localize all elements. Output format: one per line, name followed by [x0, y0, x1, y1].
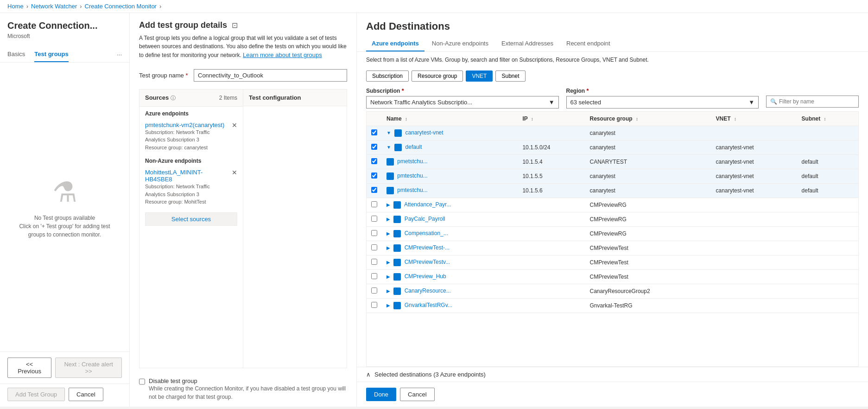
- row-name-11[interactable]: ▶ CMPreview_Hub: [382, 270, 518, 284]
- select-sources-button[interactable]: Select sources: [145, 212, 237, 226]
- right-panel: Add Destinations Azure endpoints Non-Azu…: [357, 13, 868, 407]
- azure-endpoint-remove-1[interactable]: ✕: [232, 121, 237, 129]
- selected-bar-chevron-icon[interactable]: ∧: [366, 371, 371, 378]
- azure-endpoint-name-1[interactable]: pmtestchunk-vm2(canarytest): [145, 121, 228, 128]
- vm-icon-3: [386, 158, 394, 166]
- non-azure-endpoint-rg-1: Resource group: MohitTest: [145, 198, 228, 206]
- expand-icon-6[interactable]: ▶: [386, 202, 390, 207]
- sidebar-empty-text: No Test groups available Click on '+ Tes…: [19, 214, 110, 239]
- row-name-10[interactable]: ▶ CMPreviewTestv...: [382, 256, 518, 270]
- row-vnet-10: [711, 256, 797, 270]
- right-panel-description: Select from a list of Azure VMs. Group b…: [357, 52, 868, 68]
- breadcrumb-network-watcher[interactable]: Network Watcher: [31, 3, 77, 10]
- row-ip-7: [518, 212, 585, 227]
- non-azure-endpoint-remove-1[interactable]: ✕: [232, 169, 237, 176]
- azure-endpoints-label: Azure endpoints: [139, 107, 243, 119]
- row-checkbox-7[interactable]: [367, 212, 382, 227]
- filter-resource-group-btn[interactable]: Resource group: [412, 70, 463, 82]
- search-icon: 🔍: [770, 98, 777, 105]
- non-azure-endpoint-name-1[interactable]: MohittestLA_MININT-HB4SBE8: [145, 169, 228, 183]
- filter-vnet-btn[interactable]: VNET: [466, 70, 493, 82]
- row-name-4[interactable]: pmtestchu...: [382, 169, 518, 184]
- next-button[interactable]: Next : Create alert >>: [55, 358, 122, 378]
- test-group-name-input[interactable]: [194, 69, 347, 82]
- cancel-button-sidebar[interactable]: Cancel: [69, 388, 103, 401]
- sidebar-nav-basics[interactable]: Basics: [7, 47, 25, 62]
- row-subnet-10: [797, 256, 858, 270]
- region-select[interactable]: 63 selected ▼: [566, 96, 759, 109]
- sidebar-nav-test-groups[interactable]: Test groups: [34, 47, 68, 62]
- row-checkbox-3[interactable]: [367, 155, 382, 169]
- expand-icon-9[interactable]: ▶: [386, 245, 390, 250]
- subscription-select[interactable]: Network Traffic Analytics Subscriptio...…: [366, 96, 559, 109]
- row-name-5[interactable]: pmtestchu...: [382, 184, 518, 198]
- filter-subnet-btn[interactable]: Subnet: [495, 70, 525, 82]
- col-resource-group[interactable]: Resource group ↕: [585, 112, 711, 126]
- row-checkbox-4[interactable]: [367, 169, 382, 184]
- disable-test-group-checkbox[interactable]: [139, 378, 145, 385]
- expand-icon-1[interactable]: ▼: [386, 130, 391, 135]
- row-name-13[interactable]: ▶ GnvarkalTestRGv...: [382, 299, 518, 313]
- filter-by-name-input[interactable]: [779, 98, 855, 105]
- row-checkbox-2[interactable]: [367, 141, 382, 155]
- expand-icon-13[interactable]: ▶: [386, 303, 390, 308]
- tab-recent-endpoint[interactable]: Recent endpoint: [561, 36, 616, 51]
- expand-icon-8[interactable]: ▶: [386, 231, 390, 236]
- row-checkbox-11[interactable]: [367, 270, 382, 284]
- sidebar-panel: Create Connection... Microsoft Basics Te…: [0, 13, 130, 407]
- expand-icon-10[interactable]: ▶: [386, 260, 390, 265]
- row-checkbox-8[interactable]: [367, 227, 382, 241]
- row-name-6[interactable]: ▶ Attendance_Payr...: [382, 198, 518, 212]
- row-subnet-1: [797, 126, 858, 141]
- row-checkbox-5[interactable]: [367, 184, 382, 198]
- row-checkbox-1[interactable]: [367, 126, 382, 141]
- row-name-12[interactable]: ▶ CanaryResource...: [382, 284, 518, 299]
- row-ip-11: [518, 270, 585, 284]
- filter-subscription-btn[interactable]: Subscription: [366, 70, 409, 82]
- expand-icon-2[interactable]: ▼: [386, 145, 391, 150]
- cancel-button-right[interactable]: Cancel: [400, 388, 434, 401]
- vnet-icon-12: [393, 288, 401, 295]
- row-name-2[interactable]: ▼ default: [382, 141, 518, 155]
- tab-non-azure-endpoints[interactable]: Non-Azure endpoints: [426, 36, 494, 51]
- expand-icon-7[interactable]: ▶: [386, 217, 390, 222]
- subscription-value: Network Traffic Analytics Subscriptio...: [370, 99, 472, 106]
- table-row: ▼ default 10.1.5.0/24 canarytest canaryt…: [367, 141, 858, 155]
- row-name-7[interactable]: ▶ PayCalc_Payroll: [382, 212, 518, 227]
- row-checkbox-6[interactable]: [367, 198, 382, 212]
- row-name-3[interactable]: pmetstchu...: [382, 155, 518, 169]
- region-value: 63 selected: [570, 99, 602, 106]
- row-checkbox-10[interactable]: [367, 256, 382, 270]
- col-vnet[interactable]: VNET ↕: [711, 112, 797, 126]
- row-name-8[interactable]: ▶ Compensation_...: [382, 227, 518, 241]
- expand-icon-12[interactable]: ▶: [386, 288, 390, 294]
- destinations-table: Name ↕ IP ↕ Resource group ↕ VNET ↕ Subn…: [367, 112, 858, 313]
- sidebar-nav: Basics Test groups ···: [0, 47, 129, 63]
- row-vnet-3: canarytest-vnet: [711, 155, 797, 169]
- subnet-icon-2: [394, 144, 402, 151]
- learn-more-link[interactable]: Learn more about test groups: [243, 51, 322, 58]
- row-vnet-8: [711, 227, 797, 241]
- tab-external-addresses[interactable]: External Addresses: [496, 36, 559, 51]
- sources-info-icon[interactable]: ⓘ: [171, 95, 176, 101]
- tab-azure-endpoints[interactable]: Azure endpoints: [366, 36, 424, 51]
- row-name-9[interactable]: ▶ CMPreviewTest-...: [382, 241, 518, 256]
- col-name[interactable]: Name ↕: [382, 112, 518, 126]
- sidebar-nav-more[interactable]: ···: [117, 51, 122, 58]
- center-panel: Add test group details ⊡ A Test group le…: [130, 13, 357, 407]
- col-subnet[interactable]: Subnet ↕: [797, 112, 858, 126]
- row-checkbox-9[interactable]: [367, 241, 382, 256]
- row-name-1[interactable]: ▼ canarytest-vnet: [382, 126, 518, 141]
- row-ip-5: 10.1.5.6: [518, 184, 585, 198]
- add-test-group-button-sidebar[interactable]: Add Test Group: [7, 388, 65, 401]
- done-button[interactable]: Done: [366, 388, 396, 401]
- expand-icon-11[interactable]: ▶: [386, 274, 390, 279]
- row-checkbox-12[interactable]: [367, 284, 382, 299]
- row-rg-13: Gnvarkal-TestRG: [585, 299, 711, 313]
- col-ip[interactable]: IP ↕: [518, 112, 585, 126]
- row-checkbox-13[interactable]: [367, 299, 382, 313]
- breadcrumb-home[interactable]: Home: [7, 3, 24, 10]
- breadcrumb-create-monitor[interactable]: Create Connection Monitor: [85, 3, 157, 10]
- previous-button[interactable]: << Previous: [7, 358, 51, 378]
- row-ip-8: [518, 227, 585, 241]
